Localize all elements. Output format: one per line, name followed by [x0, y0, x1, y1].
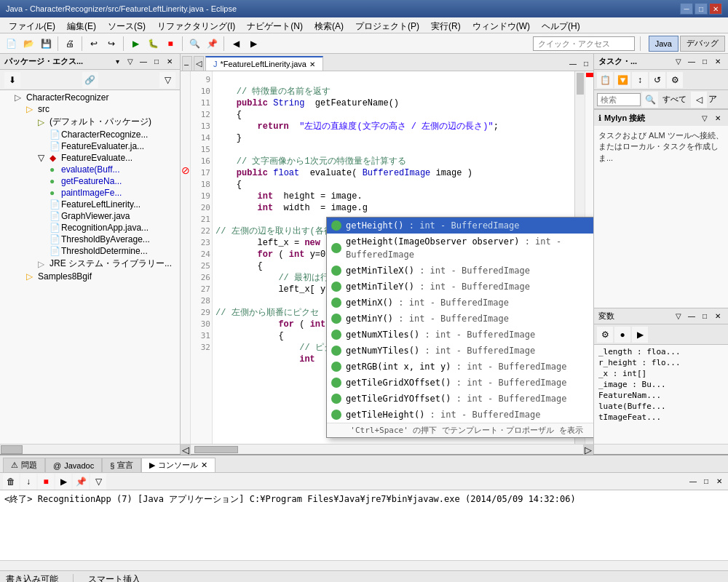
pkg-collapse-btn[interactable]: ⬇: [4, 72, 20, 88]
ac-item-10[interactable]: getTileGridYOffset() : int - BufferedIma…: [327, 391, 593, 407]
hscroll-right[interactable]: ▷: [583, 445, 593, 455]
tree-item-8[interactable]: ● paintImageFe...: [1, 187, 178, 199]
redo-button[interactable]: ↪: [103, 36, 119, 52]
panel-min-button[interactable]: —: [138, 56, 149, 68]
new-button[interactable]: 📄: [3, 36, 19, 52]
task-new-btn[interactable]: 📋: [597, 72, 613, 88]
search-go-btn[interactable]: 🔍: [642, 92, 658, 108]
next-button[interactable]: ▶: [245, 36, 261, 52]
editor-max-button[interactable]: □: [580, 57, 592, 69]
menu-run[interactable]: 実行(R): [425, 19, 467, 31]
tree-item-1[interactable]: ▷ src: [1, 103, 178, 115]
undo-button[interactable]: ↩: [86, 36, 102, 52]
java-perspective-button[interactable]: Java: [649, 36, 678, 52]
console-min-btn[interactable]: —: [687, 476, 699, 487]
vars-btn-3[interactable]: ▶: [632, 327, 648, 343]
print-button[interactable]: 🖨: [62, 36, 78, 52]
console-clear-btn[interactable]: 🗑: [3, 474, 19, 490]
task-filter-btn[interactable]: 🔽: [614, 72, 630, 88]
task-menu-btn[interactable]: ▽: [673, 56, 684, 68]
console-rerun-btn[interactable]: ▶: [55, 474, 71, 490]
var-item-6[interactable]: tImageFeat...: [596, 412, 727, 423]
search-button[interactable]: 🔍: [186, 36, 202, 52]
ac-item-6[interactable]: getNumXTiles() : int - BufferedImage: [327, 327, 593, 343]
tab-declaration[interactable]: § 宣言: [102, 458, 141, 472]
vars-btn-2[interactable]: ●: [614, 327, 630, 343]
tree-item-15[interactable]: ▷ Samples8Bgif: [1, 271, 178, 282]
run-button[interactable]: ▶: [127, 36, 143, 52]
open-button[interactable]: 📂: [20, 36, 36, 52]
save-button[interactable]: 💾: [38, 36, 54, 52]
hscroll-thumb-center[interactable]: [194, 446, 238, 453]
menu-search[interactable]: 検索(A): [309, 19, 349, 31]
vars-close-btn[interactable]: ✕: [712, 311, 724, 322]
bottom-hscrollbar[interactable]: [0, 560, 728, 570]
ac-item-1[interactable]: getHeight(ImageObserver observer) : int …: [327, 234, 593, 263]
hscroll-thumb[interactable]: [1, 445, 23, 454]
debug-button[interactable]: 🐛: [145, 36, 161, 52]
stop-button[interactable]: ■: [162, 36, 178, 52]
panel-max-button[interactable]: □: [151, 56, 162, 68]
console-tab-close[interactable]: ✕: [201, 461, 207, 470]
panel-menu-button[interactable]: ▽: [124, 56, 136, 68]
tree-hscrollbar[interactable]: [0, 444, 180, 454]
tree-item-11[interactable]: 📄 RecognitionApp.java...: [1, 222, 178, 234]
console-scroll-btn[interactable]: ↓: [20, 474, 36, 490]
pkg-menu-btn[interactable]: ▽: [159, 72, 175, 88]
console-menu-btn[interactable]: ▽: [90, 474, 106, 490]
collapse-button[interactable]: ▾: [111, 56, 123, 68]
hscroll-left[interactable]: ◁: [181, 445, 191, 455]
ac-item-3[interactable]: getMinTileY() : int - BufferedImage: [327, 279, 593, 295]
tree-item-5[interactable]: ▽ ◆ FeatureEvaluate...: [1, 152, 178, 164]
console-stop-btn[interactable]: ■: [38, 474, 54, 490]
menu-file[interactable]: ファイル(E): [3, 19, 61, 31]
marker-button[interactable]: 📌: [204, 36, 220, 52]
tree-item-3[interactable]: 📄 CharacterRecognize...: [1, 129, 178, 140]
task-min-btn[interactable]: —: [686, 56, 697, 68]
panel-close-button[interactable]: ✕: [164, 56, 175, 68]
tab-javadoc[interactable]: @ Javadoc: [45, 458, 102, 472]
prev-button[interactable]: ◀: [228, 36, 244, 52]
vscroll-thumb[interactable]: [577, 73, 584, 95]
debug-perspective-button[interactable]: デバッグ: [680, 36, 725, 52]
var-item-5[interactable]: luate(Buffe...: [596, 401, 727, 412]
ac-item-0[interactable]: getHeight() : int - BufferedImage: [327, 218, 593, 234]
task-max-btn[interactable]: □: [699, 56, 711, 68]
vars-menu-btn[interactable]: ▽: [673, 311, 684, 322]
var-item-1[interactable]: r_height : flo...: [596, 357, 727, 368]
tree-item-2[interactable]: ▷ (デフォルト・パッケージ): [1, 115, 178, 129]
menu-project[interactable]: プロジェクト(P): [349, 19, 425, 31]
tree-item-6[interactable]: ● evaluate(Buff...: [1, 164, 178, 175]
console-pin-btn[interactable]: 📌: [73, 474, 89, 490]
ac-item-2[interactable]: getMinTileX() : int - BufferedImage: [327, 263, 593, 279]
vars-min-btn[interactable]: —: [686, 311, 697, 322]
var-item-4[interactable]: FeatureNam...: [596, 390, 727, 401]
tree-item-12[interactable]: 📄 ThresholdByAverage...: [1, 234, 178, 245]
tree-item-7[interactable]: ● getFeatureNa...: [1, 175, 178, 187]
vars-btn-1[interactable]: ⚙: [597, 327, 613, 343]
console-max-btn[interactable]: □: [700, 476, 712, 487]
menu-source[interactable]: ソース(S): [102, 19, 151, 31]
tab-problems[interactable]: ⚠ 問題: [3, 458, 45, 472]
editor-hscrollbar[interactable]: ◁ ▷: [181, 444, 593, 454]
mylyn-close-btn[interactable]: ✕: [712, 112, 724, 124]
task-close-btn[interactable]: ✕: [712, 56, 724, 68]
mylyn-menu-btn[interactable]: ▽: [699, 112, 711, 124]
editor-min-button[interactable]: —: [567, 57, 579, 69]
task-search-input[interactable]: [597, 93, 641, 106]
tree-item-9[interactable]: 📄 FeatureLeftLinerity...: [1, 199, 178, 210]
close-button[interactable]: ✕: [709, 3, 722, 15]
task-sort-btn[interactable]: ↕: [632, 72, 648, 88]
task-settings-btn[interactable]: ⚙: [667, 72, 683, 88]
minimize-button[interactable]: ─: [680, 3, 693, 15]
menu-navigate[interactable]: ナビゲート(N): [241, 19, 309, 31]
task-nav-prev[interactable]: ◁: [691, 92, 707, 108]
console-close-btn[interactable]: ✕: [713, 476, 725, 487]
tree-item-0[interactable]: ▷ CharacterRecognizer: [1, 92, 178, 103]
var-item-3[interactable]: _image : Bu...: [596, 379, 727, 390]
menu-refactor[interactable]: リファクタリング(I): [151, 19, 241, 31]
tree-item-4[interactable]: 📄 FeatureEvaluater.ja...: [1, 140, 178, 152]
pkg-link-btn[interactable]: 🔗: [82, 72, 98, 88]
ac-item-8[interactable]: getRGB(int x, int y) : int - BufferedIma…: [327, 359, 593, 375]
menu-window[interactable]: ウィンドウ(W): [467, 19, 536, 31]
